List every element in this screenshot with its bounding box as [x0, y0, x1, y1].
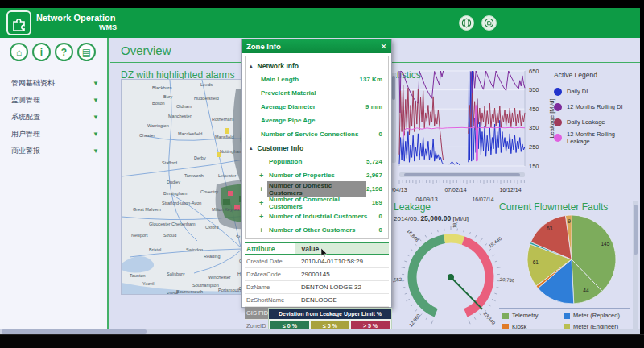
sidebar-item[interactable]: 用户管理▼ [0, 126, 107, 143]
chart-legend: Active Legend Daily DI12 Months Rolling … [554, 71, 638, 145]
sidebar-item-label: 管网基础资料 [11, 78, 93, 89]
app-subtitle: WMS [36, 23, 117, 31]
info-icon[interactable]: i [32, 43, 51, 61]
legend-swatch [554, 118, 562, 126]
row-value: 9 mm [365, 103, 384, 110]
help-icon[interactable]: ? [55, 43, 73, 61]
zone-info-row[interactable]: +Number of Industrial Customers0 [250, 209, 384, 223]
table-row[interactable]: Created Date2010-04-01T10:58:29 [245, 255, 389, 268]
svg-text:16,848: 16,848 [406, 229, 420, 243]
map-city-label: Bury [163, 94, 173, 99]
attribute-value: DENLODGE [295, 296, 389, 304]
vertical-scrollbar[interactable] [633, 201, 638, 329]
table-row[interactable]: DzNameDENTON LODGE 32 [245, 281, 389, 294]
legend-swatch [502, 313, 509, 319]
legend-swatch [564, 313, 570, 319]
chevron-down-icon: ▼ [93, 114, 99, 121]
section-label: Network Info [258, 62, 299, 70]
sidebar: ⌂ i ? ▤ 管网基础资料▼监测管理▼系统配置▼用户管理▼商业警报▼ [0, 38, 109, 334]
row-label: Number of Other Customers [267, 226, 379, 234]
zone-info-row[interactable]: +Number of Domestic Customers2,198 [250, 182, 384, 196]
legend-label: Meter (Replaced) [573, 312, 620, 319]
attribute-column-header[interactable]: Attribute [245, 243, 295, 254]
zone-info-row[interactable]: Population5,724 [250, 155, 384, 168]
expand-icon[interactable]: + [259, 226, 267, 234]
sidebar-item[interactable]: 系统配置▼ [0, 109, 107, 126]
scrollbar-thumb[interactable] [2, 329, 147, 334]
row-label: Population [267, 157, 366, 166]
section-network-info[interactable]: ▴ Network Info [250, 59, 384, 72]
map-city-label: Birmingham [163, 191, 188, 196]
map-city-label: Warrington [147, 123, 169, 128]
row-label: Prevelent Material [259, 89, 382, 97]
row-label: Average Diameter [259, 102, 365, 111]
app-header: Network Operation WMS [0, 8, 640, 38]
page-title: Overview [121, 44, 171, 57]
row-label: Number of Service Connections [259, 130, 379, 139]
expand-icon[interactable]: + [259, 185, 267, 193]
collapse-icon: ▴ [250, 145, 253, 151]
reports-icon[interactable]: ▤ [77, 43, 96, 61]
map-city-label: Bournemouth [176, 289, 203, 294]
home-icon[interactable]: ⌂ [10, 43, 28, 61]
legend-label: 12 Months Rolling DI [567, 103, 623, 110]
map-city-label: Stafford [162, 160, 177, 165]
row-label: Number of Properties [267, 171, 366, 180]
pie-slice-label: 44 [583, 288, 589, 293]
map-city-label: Southampton [192, 283, 219, 288]
value-column-header[interactable]: Value [295, 243, 389, 254]
map-city-label: Taunton [130, 273, 146, 278]
zone-info-row[interactable]: +Number of Commercial Customers169 [250, 196, 384, 209]
gauge-value-line: 2014/05: 25,000.00 [Ml/d] [394, 214, 469, 222]
zone-info-row[interactable]: Main Length137 Km [250, 72, 384, 86]
svg-text:20,736: 20,736 [500, 277, 514, 283]
attribute-name: DzAreaCode [245, 271, 295, 278]
map-city-label: Reading [204, 254, 221, 259]
zone-info-row[interactable]: Average Pipe Age [250, 114, 384, 127]
expand-icon[interactable]: + [259, 199, 267, 207]
attribute-name: Created Date [245, 258, 295, 265]
row-value: 2,967 [366, 172, 384, 179]
sidebar-menu: 管网基础资料▼监测管理▼系统配置▼用户管理▼商业警报▼ [0, 75, 107, 160]
svg-text:550: 550 [529, 86, 539, 93]
dialog-titlebar[interactable]: Zone Info ✕ [242, 39, 391, 53]
sidebar-item[interactable]: 监测管理▼ [0, 92, 107, 109]
svg-text:15,552: 15,552 [393, 277, 402, 283]
taskbar [0, 334, 644, 348]
expand-icon[interactable]: + [259, 213, 267, 221]
zone-info-row[interactable]: +Number of Other Customers0 [250, 223, 384, 237]
section-label: Customer Info [258, 144, 304, 152]
pie-slice-label: 61 [533, 259, 539, 265]
pie-legend: TelemetryMeter (Replaced)KioskMeter (Eng… [502, 312, 620, 330]
sidebar-item[interactable]: 管网基础资料▼ [0, 75, 107, 92]
table-row[interactable]: DzShortNameDENLODGE [245, 294, 389, 307]
map-city-label: Winchester [208, 275, 231, 280]
legend-item: Telemetry [502, 312, 564, 319]
zone-info-row[interactable]: +Number of Properties2,967 [250, 168, 384, 182]
zone-info-row[interactable]: Prevelent Material [250, 86, 384, 100]
attribute-value: DENTON LODGE 32 [295, 284, 389, 291]
export-icon[interactable] [481, 15, 497, 31]
table-row[interactable]: DzAreaCode29000145 [245, 268, 389, 281]
legend-item: 12 Months Rolling Leakage [554, 130, 638, 145]
map-city-label: Stratford-upon-Avon [162, 201, 201, 205]
scrollbar-thumb[interactable] [634, 205, 638, 255]
sidebar-item[interactable]: 商业警报▼ [0, 143, 107, 160]
globe-icon[interactable] [459, 15, 474, 31]
zone-info-row[interactable]: Number of Service Connections0 [250, 127, 384, 141]
legend-item: Meter (Replaced) [564, 312, 620, 319]
map-city-label: Bolton [152, 101, 165, 106]
map-city-label: Rotherham [212, 117, 234, 122]
pie-slice-label: 63 [547, 226, 553, 231]
section-customer-info[interactable]: ▴ Customer Info [250, 141, 384, 155]
expand-icon[interactable]: + [259, 172, 267, 180]
row-value: 0 [379, 130, 384, 138]
legend-item: 12 Months Rolling DI [554, 99, 638, 114]
svg-text:150: 150 [529, 163, 539, 170]
horizontal-scrollbar[interactable] [0, 329, 640, 334]
row-value: 2,198 [366, 185, 384, 193]
zone-info-tree: ▴ Network Info Main Length137 KmPrevelen… [245, 56, 389, 239]
close-icon[interactable]: ✕ [381, 43, 387, 51]
zone-info-row[interactable]: Average Diameter9 mm [250, 100, 384, 114]
legend-swatch [554, 103, 562, 111]
